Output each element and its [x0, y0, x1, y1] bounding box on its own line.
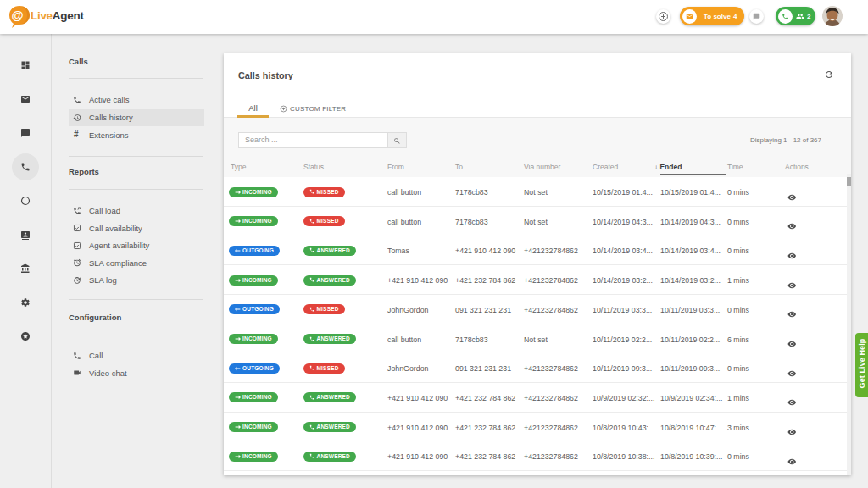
svg-text:@: @	[12, 8, 24, 22]
